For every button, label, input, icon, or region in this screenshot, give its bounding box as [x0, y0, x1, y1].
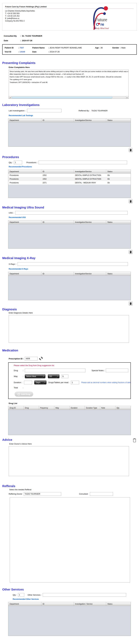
cell-service: DENTAL-SIMPLE EXTRACTION	[74, 174, 106, 177]
table-row[interactable]: Procedures 1571 DENTAL - MEDIUM XRAY Ok	[8, 181, 131, 185]
prescription-id-label: Prescription ID :	[9, 358, 24, 360]
referring-doctor-input[interactable]	[24, 492, 61, 496]
scrollbar-track[interactable]	[11, 96, 126, 98]
referral-listbox[interactable]	[10, 497, 130, 582]
colon: :	[48, 46, 49, 49]
clinic-header: Future Care by Future Holdings (Pty) Lim…	[2, 3, 137, 31]
patient-name-value: JEAN REMY RUPERT BONNELAME	[50, 46, 82, 49]
consultation-page: Future Care by Future Holdings (Pty) Lim…	[0, 0, 139, 644]
future-care-logo: Future C re Body Mind Soul	[89, 4, 112, 30]
add-drug-button[interactable]: + Add Drug	[15, 392, 33, 396]
column-header: ID	[42, 272, 74, 276]
uss-input[interactable]	[15, 211, 128, 214]
company-email: E: jude@future.sc	[5, 17, 134, 20]
age-value: 36	[100, 46, 102, 49]
other-qty-input[interactable]	[18, 593, 24, 597]
prescription-refresh-button[interactable]	[39, 356, 43, 361]
cell-id: 1552	[42, 174, 74, 177]
visit-id-label: Visit ID	[5, 51, 18, 53]
referrals-heading: Refferals	[2, 484, 139, 488]
drug-list-body	[8, 410, 131, 435]
cell-department: Procedures	[8, 174, 42, 177]
recommended-xray-link[interactable]: Recommended X-Rays	[9, 268, 139, 270]
recommended-uss-link[interactable]: Recommended USS	[9, 216, 139, 218]
total-label: Total	[14, 386, 23, 389]
gender-label: Gender	[112, 46, 119, 49]
column-header: Investigation/Service	[74, 272, 106, 276]
recommended-lab-link[interactable]: Recommended Lab Testings	[9, 114, 139, 116]
medication-form-box: Please select the Drug from Drug suggess…	[8, 362, 131, 399]
column-header: ID	[42, 170, 74, 173]
procedures-heading: Procedures	[2, 156, 139, 159]
colon: :	[20, 40, 21, 42]
consultant-input[interactable]	[90, 492, 113, 496]
procedures-table-body: Procedures 1552 DENTAL-SIMPLE EXTRACTION…	[8, 174, 131, 198]
referrals-label: Select the needed Refferal	[9, 488, 139, 491]
frequency-qty-input[interactable]	[62, 374, 68, 378]
colon: :	[18, 46, 19, 49]
xray-input[interactable]	[18, 262, 128, 266]
company-name: Future Care by Future Holdings (Pty) Lim…	[5, 6, 134, 9]
lab-table-header: Department ID Investigation/Service Stat…	[8, 118, 131, 122]
per-meal-input[interactable]	[71, 381, 79, 384]
procedures-delete-button[interactable]	[129, 199, 133, 203]
uss-heading: Medical Imaging Ultra Sound	[2, 206, 139, 209]
xray-delete-button[interactable]	[129, 302, 133, 306]
drug-list-table: Drug ID Drug Fequency Way Duration Durat…	[8, 406, 131, 435]
other-field-label: Other Services :	[28, 594, 42, 596]
consult-block: Consulted By : Dr. TAZIO TOURNIER Date :…	[4, 35, 139, 42]
advice-textarea[interactable]	[9, 446, 129, 476]
uss-table-body	[8, 224, 131, 248]
colon: :	[23, 386, 25, 389]
logo-text-care-rest: re	[100, 22, 104, 26]
clinic-info: Future Care by Future Holdings (Pty) Lim…	[2, 3, 136, 22]
company-phone-1: T: +24 82 593 593	[5, 12, 134, 15]
drug-input[interactable]	[25, 368, 85, 372]
other-services-body	[8, 606, 131, 636]
trash-icon	[130, 250, 132, 253]
procedures-table: Department ID Investigation/Service Stat…	[8, 170, 131, 198]
recommended-procedures-link[interactable]: Recommended Procedures	[9, 166, 139, 168]
procedures-qty-input[interactable]	[14, 161, 22, 164]
special-notes-input[interactable]	[106, 368, 128, 372]
colon: :	[23, 369, 25, 372]
lab-investigation-input[interactable]	[27, 109, 62, 112]
procedures-input[interactable]	[38, 161, 127, 164]
column-header: Note	[100, 406, 116, 410]
xray-table-header: Department ID Investigation/Service Stat…	[8, 272, 131, 276]
column-header: Status	[106, 220, 131, 224]
uss-delete-button[interactable]	[129, 250, 133, 254]
scroll-right-arrow-icon[interactable]: ►	[126, 96, 128, 98]
scrollbar-thumb[interactable]	[12, 96, 112, 98]
frequency-select[interactable]: OD ▼	[48, 374, 60, 378]
column-header: Department	[8, 170, 42, 173]
company-phone-2: T: +24 84 225 252	[5, 15, 134, 17]
scroll-left-arrow-icon[interactable]: ◄	[9, 96, 11, 98]
duration-input[interactable]	[24, 381, 32, 384]
other-services-input[interactable]	[43, 593, 126, 597]
company-address: Le Chainter,Victoria,Mahe,Seychelles	[5, 10, 134, 12]
meal-timing-select[interactable]: Before Meal ▼	[25, 374, 46, 378]
table-row[interactable]: Procedures 1552 DENTAL-SIMPLE EXTRACTION…	[8, 174, 131, 177]
consultant-label: Consultant	[79, 493, 88, 495]
lab-delete-button[interactable]	[129, 148, 133, 152]
colon: :	[48, 51, 49, 53]
column-header: Investigation / Service	[74, 602, 106, 606]
uss-field-label: USS :	[9, 212, 14, 214]
plus-circle-icon: +	[18, 393, 20, 396]
logo-text-future: Future	[95, 17, 107, 22]
consult-date-value: 2024-07-26	[22, 40, 32, 42]
diagnosis-textarea[interactable]	[9, 315, 129, 343]
complaints-textarea[interactable]: Since tuesday pain. He was here and Mari…	[9, 70, 128, 96]
recommended-other-link[interactable]: Recommended Other Services	[13, 598, 139, 600]
patient-name-label: Patient Name	[32, 46, 48, 49]
logo-blue-dot	[103, 12, 106, 15]
column-header: Way	[54, 406, 70, 410]
table-row[interactable]: Procedures 1552 DENTAL-SIMPLE EXTRACTION…	[8, 177, 131, 181]
referred-by-label: Reffered By :	[78, 110, 90, 112]
drug-list-delete-button[interactable]	[133, 438, 136, 442]
duration-unit-select[interactable]: Day/s ▼	[34, 380, 46, 384]
prescription-id-input[interactable]	[25, 357, 38, 360]
column-header: Department	[8, 272, 42, 276]
complaints-box: Since tuesday pain. He was here and Mari…	[9, 70, 128, 99]
